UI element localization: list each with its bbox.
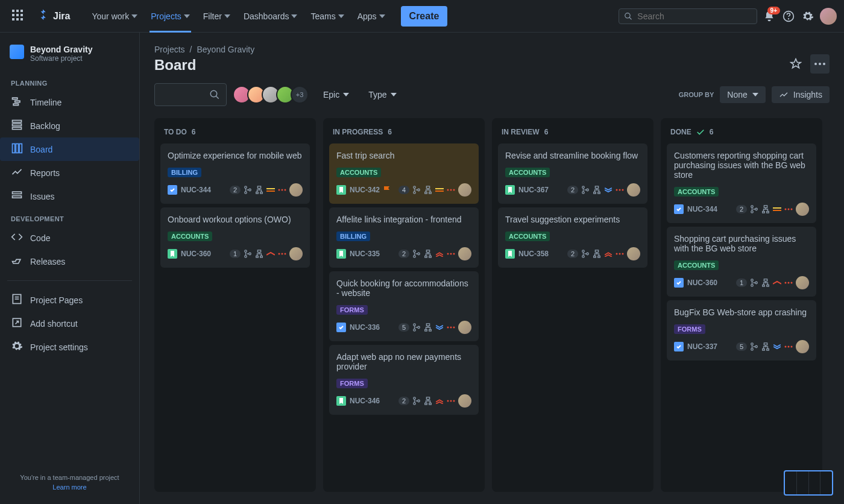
issue-card[interactable]: Shopping cart purchasing issues with the… bbox=[667, 227, 816, 297]
epic-tag[interactable]: ACCOUNTS bbox=[674, 260, 719, 270]
sidebar-item-project-pages[interactable]: Project Pages bbox=[0, 288, 139, 312]
nav-filter[interactable]: Filter bbox=[197, 7, 236, 26]
assignee-filter[interactable]: +3 bbox=[236, 86, 309, 104]
epic-tag[interactable]: BILLING bbox=[336, 232, 370, 241]
issue-card[interactable]: Affelite links integration - frontendBIL… bbox=[329, 207, 479, 268]
nav-dashboards[interactable]: Dashboards bbox=[238, 7, 304, 26]
sidebar-item-board[interactable]: Board bbox=[0, 137, 139, 161]
learn-more-link[interactable]: Learn more bbox=[8, 484, 131, 491]
epic-tag[interactable]: ACCOUNTS bbox=[505, 232, 550, 241]
epic-tag[interactable]: ACCOUNTS bbox=[674, 187, 719, 197]
global-search[interactable] bbox=[619, 8, 757, 24]
more-icon[interactable] bbox=[784, 282, 793, 284]
insights-button[interactable]: Insights bbox=[772, 86, 830, 103]
column-header[interactable]: TO DO6 bbox=[158, 124, 312, 140]
more-icon[interactable] bbox=[616, 253, 624, 255]
sidebar-item-backlog[interactable]: Backlog bbox=[0, 114, 139, 137]
assignee-avatar[interactable] bbox=[627, 247, 640, 260]
svg-rect-18 bbox=[13, 127, 22, 129]
assignee-avatar[interactable] bbox=[458, 247, 471, 260]
star-button[interactable] bbox=[786, 54, 805, 74]
epic-tag[interactable]: ACCOUNTS bbox=[505, 168, 550, 177]
issue-card[interactable]: Quick booking for accommodations - websi… bbox=[329, 271, 479, 341]
app-switcher-icon[interactable] bbox=[7, 5, 28, 28]
assignee-avatar[interactable] bbox=[289, 247, 303, 260]
assignee-avatar[interactable] bbox=[796, 203, 809, 216]
column-header[interactable]: IN PROGRESS6 bbox=[327, 124, 481, 140]
settings-button[interactable] bbox=[801, 9, 815, 24]
issue-card[interactable]: Customers reporting shopping cart purcha… bbox=[667, 143, 816, 223]
epic-filter[interactable]: Epic bbox=[318, 86, 354, 103]
issue-key[interactable]: NUC-336 bbox=[350, 323, 380, 332]
profile-avatar[interactable] bbox=[820, 8, 837, 25]
avatar-more[interactable]: +3 bbox=[291, 86, 309, 104]
sidebar-item-reports[interactable]: Reports bbox=[0, 161, 139, 184]
issue-card[interactable]: Fast trip searchACCOUNTSNUC-3424 bbox=[329, 143, 479, 204]
issue-key[interactable]: NUC-346 bbox=[350, 397, 380, 405]
sidebar-item-timeline[interactable]: Timeline bbox=[0, 90, 139, 114]
issue-key[interactable]: NUC-360 bbox=[687, 279, 717, 287]
more-icon[interactable] bbox=[447, 400, 455, 402]
sidebar-item-add-shortcut[interactable]: Add shortcut bbox=[0, 312, 139, 335]
breadcrumb-projects[interactable]: Projects bbox=[154, 45, 185, 54]
more-icon[interactable] bbox=[447, 189, 455, 191]
assignee-avatar[interactable] bbox=[796, 276, 809, 289]
assignee-avatar[interactable] bbox=[289, 183, 303, 197]
assignee-avatar[interactable] bbox=[458, 394, 471, 408]
column-header[interactable]: DONE6 bbox=[664, 124, 819, 140]
issue-card[interactable]: Adapt web app no new payments providerFO… bbox=[329, 345, 479, 415]
breadcrumb-current[interactable]: Beyond Gravity bbox=[197, 45, 254, 54]
epic-tag[interactable]: FORMS bbox=[336, 379, 368, 388]
notifications-button[interactable]: 9+ bbox=[762, 9, 776, 24]
help-button[interactable] bbox=[781, 9, 796, 24]
global-search-input[interactable] bbox=[637, 11, 752, 21]
issue-key[interactable]: NUC-337 bbox=[687, 342, 717, 351]
nav-your-work[interactable]: Your work bbox=[86, 7, 143, 26]
more-icon[interactable] bbox=[278, 189, 286, 191]
star-icon bbox=[790, 58, 802, 70]
sidebar-item-releases[interactable]: Releases bbox=[0, 250, 139, 273]
issue-key[interactable]: NUC-335 bbox=[350, 250, 380, 258]
create-button[interactable]: Create bbox=[401, 6, 448, 27]
issue-key[interactable]: NUC-360 bbox=[181, 250, 211, 258]
issue-card[interactable]: Optimize experience for mobile webBILLIN… bbox=[160, 143, 310, 204]
issue-key[interactable]: NUC-367 bbox=[518, 186, 549, 194]
epic-tag[interactable]: BILLING bbox=[168, 168, 201, 177]
issue-key[interactable]: NUC-342 bbox=[350, 186, 380, 194]
sidebar-item-issues[interactable]: Issues bbox=[0, 184, 139, 208]
nav-projects[interactable]: Projects bbox=[145, 7, 196, 26]
more-icon[interactable] bbox=[278, 253, 286, 255]
more-icon[interactable] bbox=[447, 326, 455, 329]
epic-tag[interactable]: FORMS bbox=[674, 324, 705, 334]
issue-card[interactable]: Travel suggestion experimentsACCOUNTSNUC… bbox=[498, 207, 647, 268]
issue-card[interactable]: BugFix BG Web-store app crashingFORMSNUC… bbox=[667, 300, 816, 361]
more-icon[interactable] bbox=[616, 189, 624, 191]
issue-card[interactable]: Revise and streamline booking flowACCOUN… bbox=[498, 143, 647, 204]
epic-tag[interactable]: FORMS bbox=[336, 305, 368, 315]
epic-tag[interactable]: ACCOUNTS bbox=[336, 168, 381, 177]
assignee-avatar[interactable] bbox=[458, 321, 471, 334]
project-header[interactable]: Beyond Gravity Software project bbox=[5, 42, 134, 72]
more-icon[interactable] bbox=[784, 208, 793, 210]
issue-key[interactable]: NUC-344 bbox=[181, 186, 211, 194]
type-filter[interactable]: Type bbox=[364, 86, 401, 103]
assignee-avatar[interactable] bbox=[796, 340, 809, 353]
column-header[interactable]: IN REVIEW6 bbox=[496, 124, 650, 140]
sidebar-item-code[interactable]: Code bbox=[0, 226, 139, 250]
more-actions-button[interactable] bbox=[810, 54, 830, 74]
issue-key[interactable]: NUC-358 bbox=[518, 250, 549, 258]
groupby-dropdown[interactable]: None bbox=[720, 86, 765, 103]
more-icon[interactable] bbox=[447, 253, 455, 255]
issue-key[interactable]: NUC-344 bbox=[687, 205, 717, 213]
sidebar-item-project-settings[interactable]: Project settings bbox=[0, 335, 139, 359]
board-minimap[interactable] bbox=[784, 470, 833, 496]
assignee-avatar[interactable] bbox=[458, 183, 471, 197]
epic-tag[interactable]: ACCOUNTS bbox=[168, 232, 212, 241]
board-search[interactable] bbox=[154, 83, 227, 106]
assignee-avatar[interactable] bbox=[627, 183, 640, 197]
nav-apps[interactable]: Apps bbox=[351, 7, 391, 26]
issue-card[interactable]: Onboard workout options (OWO)ACCOUNTSNUC… bbox=[160, 207, 310, 268]
more-icon[interactable] bbox=[784, 345, 793, 348]
jira-logo[interactable]: Jira bbox=[30, 8, 76, 24]
nav-teams[interactable]: Teams bbox=[304, 7, 350, 26]
